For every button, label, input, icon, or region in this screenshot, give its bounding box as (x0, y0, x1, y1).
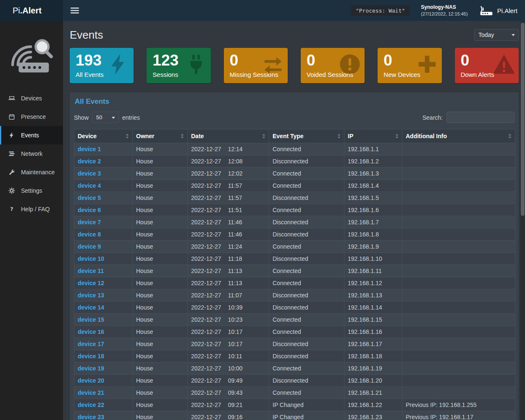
sidebar-item-help-faq[interactable]: ?Help / FAQ (0, 200, 63, 218)
additional-info-cell (402, 326, 515, 338)
column-header-owner[interactable]: Owner (133, 129, 188, 143)
device-cell: device 18 (74, 350, 133, 362)
date-cell: 2022-12-2711:18 (188, 253, 269, 265)
sidebar-item-network[interactable]: Network (0, 144, 63, 163)
device-link[interactable]: device 17 (78, 341, 104, 347)
device-link[interactable]: device 16 (78, 328, 104, 335)
device-cell: device 9 (74, 241, 133, 253)
network-icon (8, 150, 17, 157)
device-link[interactable]: device 18 (78, 353, 104, 360)
sidebar-item-maintenance[interactable]: Maintenance (0, 163, 63, 181)
owner-cell: House (133, 277, 188, 289)
column-header-ip[interactable]: IP (344, 129, 402, 143)
device-link[interactable]: device 10 (78, 255, 104, 262)
device-link[interactable]: device 2 (78, 158, 101, 165)
table-row: device 15House2022-12-2710:23Connected19… (74, 314, 515, 326)
ip-cell: 192.168.1.19 (344, 362, 402, 375)
device-link[interactable]: device 9 (78, 243, 101, 250)
column-header-event-type[interactable]: Event Type (269, 129, 344, 143)
device-cell: device 4 (74, 180, 133, 192)
main-content: Events Today 193All Events123Sessions0Mi… (63, 21, 525, 420)
device-link[interactable]: device 23 (78, 414, 104, 420)
column-label: Additional Info (406, 133, 447, 139)
device-link[interactable]: device 6 (78, 207, 101, 213)
device-cell: device 15 (74, 314, 133, 326)
device-link[interactable]: device 20 (78, 377, 104, 384)
device-link[interactable]: device 5 (78, 194, 101, 201)
owner-cell: House (133, 216, 188, 228)
additional-info-cell (402, 314, 515, 326)
additional-info-cell (402, 387, 515, 399)
device-link[interactable]: device 12 (78, 280, 104, 286)
event-type-cell: Connected (269, 204, 344, 216)
owner-cell: House (133, 228, 188, 241)
device-link[interactable]: device 22 (78, 402, 104, 408)
device-link[interactable]: device 21 (78, 389, 104, 396)
table-row: device 20House2022-12-2709:49Disconnecte… (74, 375, 515, 387)
table-row: device 13House2022-12-2711:07Disconnecte… (74, 289, 515, 302)
additional-info-cell: Previous IP: 192.168.1.17 (402, 411, 515, 420)
calendar-icon (8, 113, 17, 120)
column-header-date[interactable]: Date (188, 129, 269, 143)
device-link[interactable]: device 11 (78, 268, 104, 274)
device-link[interactable]: device 14 (78, 304, 104, 311)
device-link[interactable]: device 4 (78, 182, 101, 189)
additional-info-cell (402, 155, 515, 168)
table-row: device 21House2022-12-2709:43Connected19… (74, 387, 515, 399)
sidebar-item-devices[interactable]: Devices (0, 89, 63, 108)
sidebar-item-label: Maintenance (21, 169, 55, 176)
owner-cell: House (133, 362, 188, 375)
device-link[interactable]: device 13 (78, 292, 104, 299)
hamburger-icon (71, 7, 79, 14)
search-label: Search: (423, 114, 443, 121)
search-input[interactable] (446, 112, 514, 123)
sidebar-item-presence[interactable]: Presence (0, 108, 63, 126)
sidebar-toggle-button[interactable] (71, 7, 79, 14)
sidebar-item-events[interactable]: Events (0, 126, 63, 144)
device-link[interactable]: device 3 (78, 170, 101, 177)
date-cell: 2022-12-2710:11 (188, 350, 269, 362)
column-header-additional-info[interactable]: Additional Info (402, 129, 515, 143)
owner-cell: House (133, 204, 188, 216)
column-header-device[interactable]: Device (74, 129, 133, 143)
sort-icon (126, 134, 129, 139)
topbar: Pi.Alert "Process: Wait" Synology-NAS (2… (0, 0, 525, 21)
host-name: Synology-NAS (421, 4, 467, 10)
event-type-cell: Connected (269, 314, 344, 326)
ip-cell: 192.168.1.1 (344, 143, 402, 155)
date-cell: 2022-12-2710:17 (188, 326, 269, 338)
table-row: device 14House2022-12-2710:39Disconnecte… (74, 302, 515, 314)
device-link[interactable]: device 1 (78, 146, 101, 152)
date-cell: 2022-12-2710:17 (188, 338, 269, 350)
date-cell: 2022-12-2710:39 (188, 302, 269, 314)
device-link[interactable]: device 15 (78, 316, 104, 323)
date-cell: 2022-12-2711:57 (188, 192, 269, 204)
sidebar-item-settings[interactable]: Settings (0, 181, 63, 200)
device-link[interactable]: device 7 (78, 219, 101, 226)
date-cell: 2022-12-2712:08 (188, 155, 269, 168)
table-row: device 2House2022-12-2712:08Disconnected… (74, 155, 515, 168)
pialert-device-icon (479, 5, 494, 16)
brand-logo[interactable]: Pi.Alert (0, 0, 63, 21)
ip-cell: 192.168.1.7 (344, 216, 402, 228)
device-link[interactable]: device 8 (78, 231, 101, 238)
page-size-select[interactable]: 50 (92, 112, 119, 123)
laptop-icon (8, 95, 17, 102)
period-select[interactable]: Today (474, 29, 519, 41)
ip-cell: 192.168.1.8 (344, 228, 402, 241)
device-cell: device 23 (74, 411, 133, 420)
ip-cell: 192.168.1.5 (344, 192, 402, 204)
device-link[interactable]: device 19 (78, 365, 104, 372)
date-cell: 2022-12-2712:02 (188, 168, 269, 180)
table-row: device 8House2022-12-2711:46Disconnected… (74, 228, 515, 241)
table-header-row: DeviceOwnerDateEvent TypeIPAdditional In… (74, 129, 515, 143)
radar-router-logo-icon (9, 32, 54, 78)
event-type-cell: Disconnected (269, 216, 344, 228)
owner-cell: House (133, 338, 188, 350)
page-scrollbar[interactable] (520, 21, 525, 420)
ip-cell: 192.168.1.2 (344, 155, 402, 168)
event-type-cell: Disconnected (269, 253, 344, 265)
additional-info-cell (402, 362, 515, 375)
sidebar-item-label: Devices (21, 95, 42, 102)
scrollbar-thumb[interactable] (521, 23, 525, 216)
